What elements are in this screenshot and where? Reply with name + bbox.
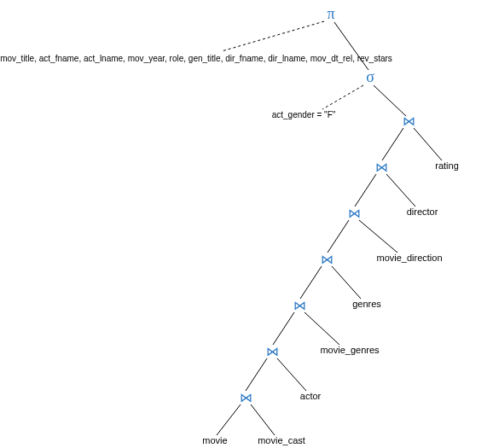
operator-join-2: ⋈ bbox=[375, 160, 388, 175]
relation-genres: genres bbox=[352, 299, 381, 309]
operator-join-4: ⋈ bbox=[321, 252, 334, 267]
operator-join-3: ⋈ bbox=[348, 206, 361, 221]
relation-actor: actor bbox=[300, 391, 321, 401]
projection-attributes: mov_title, act_fname, act_lname, mov_yea… bbox=[0, 54, 392, 63]
relation-movie: movie bbox=[202, 435, 227, 445]
svg-line-0 bbox=[222, 21, 324, 51]
svg-line-7 bbox=[386, 174, 415, 207]
relation-director: director bbox=[407, 207, 438, 217]
relation-movie-cast: movie_cast bbox=[258, 435, 305, 445]
relation-movie-direction: movie_direction bbox=[376, 253, 442, 263]
svg-line-9 bbox=[359, 220, 397, 253]
svg-line-8 bbox=[328, 220, 349, 253]
svg-line-6 bbox=[355, 174, 376, 207]
relation-rating: rating bbox=[435, 160, 459, 171]
svg-line-1 bbox=[334, 22, 368, 70]
relation-movie-genres: movie_genres bbox=[320, 345, 379, 355]
operator-join-6: ⋈ bbox=[266, 344, 279, 359]
svg-line-17 bbox=[251, 404, 275, 435]
svg-line-13 bbox=[304, 312, 339, 345]
svg-line-4 bbox=[382, 128, 403, 160]
svg-line-5 bbox=[414, 128, 442, 160]
svg-line-2 bbox=[322, 85, 363, 109]
svg-line-14 bbox=[246, 358, 267, 391]
operator-join-7: ⋈ bbox=[240, 390, 252, 405]
svg-line-3 bbox=[374, 85, 406, 116]
svg-line-16 bbox=[217, 404, 241, 435]
svg-line-15 bbox=[277, 358, 306, 391]
operator-selection: σ bbox=[366, 68, 374, 86]
operator-join-1: ⋈ bbox=[403, 113, 415, 129]
svg-line-12 bbox=[273, 312, 294, 345]
selection-predicate: act_gender = "F" bbox=[272, 110, 336, 119]
svg-line-10 bbox=[300, 266, 322, 299]
operator-join-5: ⋈ bbox=[293, 298, 306, 313]
operator-projection: π bbox=[327, 5, 334, 23]
svg-line-11 bbox=[332, 266, 361, 299]
